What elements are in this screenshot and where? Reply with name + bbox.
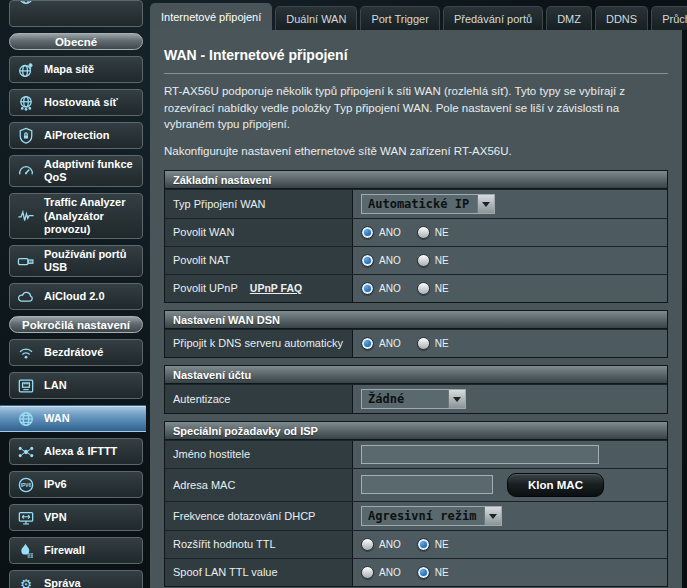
tab-bar: Internetové připojeníDuální WANPort Trig…	[150, 3, 687, 30]
sidebar-item-ipv6[interactable]: IPV6IPv6	[9, 471, 143, 498]
row-value-cell: Automatické IP	[353, 190, 667, 218]
form-row-adresa-mac: Adresa MACKlon MAC	[165, 468, 667, 501]
radio-group-povolit-wan: ANONE	[361, 226, 465, 239]
vpn-monitor-icon	[13, 509, 38, 527]
row-value-cell: ANONE	[353, 531, 667, 558]
tab-dmz[interactable]: DMZ	[546, 6, 592, 30]
row-label-cell: Spoof LAN TTL value	[165, 559, 353, 586]
row-value-cell	[353, 441, 667, 468]
radio-povolit-nat-ne[interactable]	[417, 254, 430, 267]
sidebar-item-pouzivani-portu-usb[interactable]: Používání portů USB	[9, 245, 143, 277]
sidebar-item-mapa-site[interactable]: Mapa sítě	[9, 56, 143, 83]
sidebar-item-label: Firewall	[44, 544, 85, 557]
sidebar-item-aiprotection[interactable]: AiProtection	[9, 122, 143, 149]
globe-icon	[13, 0, 38, 6]
input-adresa-mac[interactable]	[361, 475, 493, 494]
tab-pruchod-nat[interactable]: Průchod NAT	[651, 6, 687, 30]
sidebar-section-header-obecne: Obecné	[9, 33, 143, 50]
row-label-cell: Frekvence dotazování DHCP	[165, 502, 353, 530]
ipv6-badge-icon: IPV6	[13, 476, 38, 494]
row-label-cell: Povolit UPnPUPnP FAQ	[165, 275, 353, 302]
gear-icon: ⚙	[13, 575, 38, 588]
radio-pripojit-k-dns-serveru-automaticky-ano[interactable]	[361, 337, 374, 350]
radio-label: NE	[435, 283, 449, 294]
gauge-icon	[13, 162, 38, 180]
shield-lock-icon	[13, 127, 38, 145]
radio-spoof-lan-ttl-value-ne[interactable]	[417, 566, 430, 579]
sidebar-item-aicloud-2-0[interactable]: AiCloud 2.0	[9, 283, 143, 310]
row-value-cell: Agresivní režim	[353, 502, 667, 530]
dropdown-arrow-icon	[477, 195, 494, 213]
radio-label: ANO	[379, 283, 401, 294]
radio-group-povolit-upnp: ANONE	[361, 282, 465, 295]
form-section-header: Nastavení WAN DSN	[165, 311, 667, 329]
row-value-cell: ANONE	[353, 219, 667, 246]
radio-label: ANO	[379, 255, 401, 266]
radio-povolit-wan-ano[interactable]	[361, 226, 374, 239]
form-section-header: Speciální požadavky od ISP	[165, 422, 667, 440]
radio-povolit-upnp-ano[interactable]	[361, 282, 374, 295]
select-frekvence-dotazovani-dhcp[interactable]: Agresivní režim	[361, 506, 502, 526]
usb-icon	[13, 252, 38, 270]
form-row-jmeno-hostitele: Jméno hostitele	[165, 440, 667, 468]
sidebar-item-adaptivni-funkce-qos[interactable]: Adaptivní funkce QoS	[9, 155, 143, 187]
select-autentizace[interactable]: Žádné	[361, 389, 466, 409]
input-jmeno-hostitele[interactable]	[361, 445, 599, 464]
form-row-typ-pripojeni-wan: Typ Připojení WANAutomatické IP	[165, 189, 667, 218]
sidebar-section-header-pokrocila-nastaveni: Pokročilá nastavení	[9, 316, 143, 333]
radio-group-rozsirit-hodnotu-ttl: ANONE	[361, 538, 465, 551]
row-label-cell: Autentizace	[165, 385, 353, 413]
intro-paragraph-1: RT-AX56U podporuje několik typů připojen…	[164, 83, 668, 133]
radio-povolit-wan-ne[interactable]	[417, 226, 430, 239]
sidebar-item-label: Adaptivní funkce QoS	[44, 158, 139, 184]
sidebar-item-label: VPN	[44, 511, 67, 524]
sidebar-item-label: Internetu	[44, 0, 91, 1]
sidebar-item-sprava[interactable]: ⚙Správa	[9, 570, 143, 588]
sidebar-item-label: Traffic Analyzer (Analyzátor provozu)	[44, 196, 139, 236]
row-value-cell: ANONE	[353, 275, 667, 302]
sidebar-item-label: Bezdrátové	[44, 346, 103, 359]
sidebar-item-label: LAN	[44, 379, 67, 392]
sidebar-item-alexa-ifttt[interactable]: Alexa & IFTTT	[9, 438, 143, 465]
radio-label: NE	[435, 255, 449, 266]
row-label-cell: Jméno hostitele	[165, 441, 353, 468]
sidebar-item-hostovana-sit[interactable]: Hostovaná síť	[9, 89, 143, 116]
upnp-faq-link[interactable]: UPnP FAQ	[250, 282, 302, 294]
radio-label: NE	[435, 227, 449, 238]
row-label: Autentizace	[173, 393, 230, 405]
tab-internetove-pripojeni[interactable]: Internetové připojení	[150, 3, 272, 30]
page-title: WAN - Internetové připojení	[164, 47, 668, 63]
sidebar-item-lan[interactable]: LAN	[9, 372, 143, 399]
button-klon-mac[interactable]: Klon MAC	[507, 473, 604, 497]
form-row-povolit-wan: Povolit WANANONE	[165, 218, 667, 246]
radio-povolit-upnp-ne[interactable]	[417, 282, 430, 295]
tab-dualni-wan[interactable]: Duální WAN	[275, 6, 357, 30]
sidebar-item-label: Alexa & IFTTT	[44, 445, 117, 458]
sidebar-item-wan[interactable]: WAN	[0, 405, 146, 432]
tab-predavani-portu[interactable]: Předávání portů	[443, 6, 543, 30]
row-label: Připojit k DNS serveru automaticky	[173, 337, 343, 349]
tab-port-trigger[interactable]: Port Trigger	[360, 6, 439, 30]
radio-rozsirit-hodnotu-ttl-ano[interactable]	[361, 538, 374, 551]
dropdown-arrow-icon	[448, 390, 465, 408]
row-label: Jméno hostitele	[173, 448, 250, 460]
radio-label: ANO	[379, 227, 401, 238]
form-section-zakladni-nastaveni: Základní nastaveníTyp Připojení WANAutom…	[164, 170, 668, 303]
radio-rozsirit-hodnotu-ttl-ne[interactable]	[417, 538, 430, 551]
sidebar-item-label: IPv6	[44, 478, 67, 491]
select-typ-pripojeni-wan[interactable]: Automatické IP	[361, 194, 495, 214]
radio-pripojit-k-dns-serveru-automaticky-ne[interactable]	[417, 337, 430, 350]
sidebar-item-firewall[interactable]: Firewall	[9, 537, 143, 564]
sidebar-item-traffic-analyzer-analyzator-provozu[interactable]: Traffic Analyzer (Analyzátor provozu)	[9, 193, 143, 239]
row-label-cell: Povolit NAT	[165, 247, 353, 274]
radio-spoof-lan-ttl-value-ano[interactable]	[361, 566, 374, 579]
sidebar-item-bezdratove[interactable]: Bezdrátové	[9, 339, 143, 366]
waveform-icon	[13, 207, 38, 225]
radio-povolit-nat-ano[interactable]	[361, 254, 374, 267]
select-value: Žádné	[362, 390, 448, 408]
sidebar-item-internetu[interactable]: Internetu	[9, 0, 143, 27]
tab-ddns[interactable]: DDNS	[595, 6, 648, 30]
sidebar-item-label: AiProtection	[44, 129, 109, 142]
globe-icon	[13, 410, 38, 428]
sidebar-item-vpn[interactable]: VPN	[9, 504, 143, 531]
